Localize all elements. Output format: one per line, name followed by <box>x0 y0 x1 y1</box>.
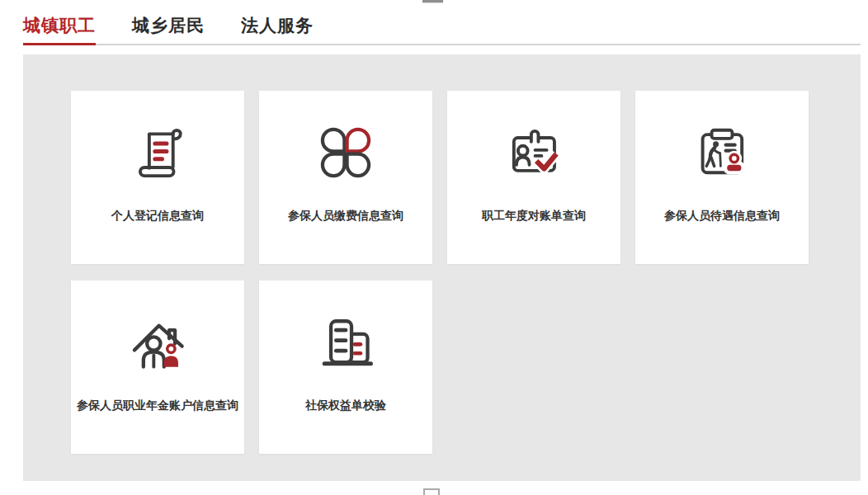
house-with-people-icon <box>125 310 190 375</box>
services-panel: 个人登记信息查询 参保人员缴费信息查询 <box>23 54 861 481</box>
tab-urban-rural-residents[interactable]: 城乡居民 <box>132 14 205 45</box>
office-buildings-icon <box>314 310 378 375</box>
card-label: 社保权益单校验 <box>300 398 391 412</box>
cropped-top-edge-element <box>422 0 443 2</box>
four-petal-flower-icon <box>314 120 378 185</box>
card-annual-statement-query[interactable]: 职工年度对账单查询 <box>447 91 620 264</box>
id-card-checkmark-icon <box>502 120 566 185</box>
scroll-document-icon <box>125 120 190 185</box>
card-benefits-info-query[interactable]: 参保人员待遇信息查询 <box>635 91 809 264</box>
card-personal-registration-query[interactable]: 个人登记信息查询 <box>71 91 244 264</box>
card-label: 职工年度对账单查询 <box>477 208 591 223</box>
card-rights-statement-verification[interactable]: 社保权益单校验 <box>259 280 432 454</box>
cropped-bottom-edge-element <box>423 488 440 495</box>
card-annuity-account-query[interactable]: 参保人员职业年金账户信息查询 <box>71 280 244 454</box>
card-label: 个人登记信息查询 <box>106 208 209 223</box>
category-tab-bar: 城镇职工 城乡居民 法人服务 <box>23 0 861 45</box>
card-payment-info-query[interactable]: 参保人员缴费信息查询 <box>259 91 432 264</box>
tab-legal-person-services[interactable]: 法人服务 <box>241 14 314 45</box>
clipboard-elderly-person-icon <box>690 120 754 185</box>
services-grid: 个人登记信息查询 参保人员缴费信息查询 <box>71 91 861 454</box>
card-label: 参保人员职业年金账户信息查询 <box>72 398 243 412</box>
tab-urban-employees[interactable]: 城镇职工 <box>23 14 96 45</box>
card-label: 参保人员缴费信息查询 <box>283 208 408 223</box>
card-label: 参保人员待遇信息查询 <box>659 208 785 223</box>
